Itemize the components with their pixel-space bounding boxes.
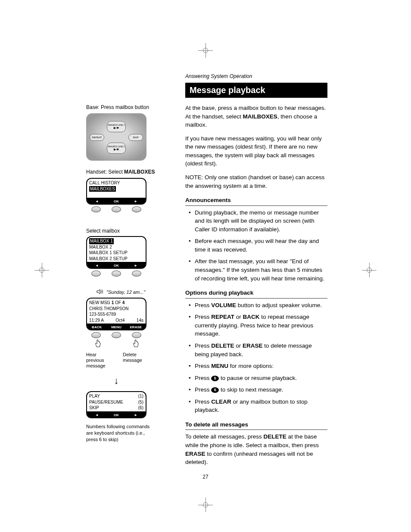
delete-heading: To delete all messages xyxy=(185,420,327,430)
base-illustration: MAILBOX LINE 1 ▶/■ REPEAT SKIP MAILBOX L… xyxy=(86,113,146,161)
delete-message-label: Delete message xyxy=(123,352,146,369)
softkey-right[interactable]: ► xyxy=(127,199,145,203)
oval-button[interactable] xyxy=(132,271,141,277)
oval-button[interactable] xyxy=(91,206,101,212)
softkey-right[interactable]: ► xyxy=(127,412,145,417)
oval-button[interactable] xyxy=(132,206,141,212)
oval-button[interactable] xyxy=(91,332,101,338)
softkey-ok[interactable]: OK xyxy=(107,199,125,203)
hear-previous-label: Hear previous message xyxy=(86,352,110,369)
skip-button[interactable]: SKIP xyxy=(128,134,143,141)
section-header: Answering System Operation xyxy=(185,73,327,79)
announcements-list: During playback, the memo or message num… xyxy=(188,208,327,283)
page-number: 27 xyxy=(0,474,411,480)
intro-p1: At the base, press a mailbox button to h… xyxy=(185,104,327,129)
speaker-icon xyxy=(97,289,103,296)
softkey-left[interactable]: ◄ xyxy=(87,263,106,268)
select-mailbox-caption: Select mailbox xyxy=(86,227,166,234)
sidebar-footnote: Numbers following commands are keyboard … xyxy=(86,423,151,443)
softkey-ok[interactable]: OK xyxy=(107,412,125,417)
page: Answering System Operation Message playb… xyxy=(86,73,327,472)
repeat-button[interactable]: REPEAT xyxy=(90,134,104,141)
softkey-left[interactable]: ◄ xyxy=(87,412,106,417)
softkey-ok[interactable]: OK xyxy=(107,263,125,268)
oval-button[interactable] xyxy=(112,271,121,277)
hand-pointer-icon xyxy=(131,339,139,350)
softkey-left[interactable]: ◄ xyxy=(87,199,106,203)
base-caption: Base: Press mailbox button xyxy=(86,104,166,111)
sidebar: Base: Press mailbox button MAILBOX LINE … xyxy=(86,104,166,472)
list-item: Press 5 to pause or resume playback. xyxy=(188,374,327,383)
page-title: Message playback xyxy=(185,83,327,98)
handset-screen-4: PLAY(1) PAUSE/RESUME(5) SKIP(6) ◄ OK ► xyxy=(86,391,146,418)
mailbox-line2-button[interactable]: MAILBOX LINE 2 ▶/■ xyxy=(107,143,126,154)
softkey-back[interactable]: BACK xyxy=(87,324,106,329)
handset-caption: Handset: Select MAILBOXES xyxy=(86,168,166,175)
delete-paragraph: To delete all messages, press DELETE at … xyxy=(185,432,327,466)
list-item: Press VOLUME button to adjust speaker vo… xyxy=(188,301,327,310)
key-6-icon: 6 xyxy=(211,387,219,393)
softkey-menu[interactable]: MENU xyxy=(107,324,125,329)
list-item: Press MENU for more options: xyxy=(188,362,327,370)
handset-screen-2: MAILBOX 1 MAILBOX 2 MAILBOX 1 SETUP MAIL… xyxy=(86,236,146,269)
list-item: Press CLEAR or any mailbox button to sto… xyxy=(188,398,327,414)
oval-button[interactable] xyxy=(112,332,121,338)
oval-button[interactable] xyxy=(91,271,101,277)
button-row xyxy=(86,206,146,212)
list-item: Before each message, you will hear the d… xyxy=(188,237,327,254)
intro-note: NOTE: Only one station (handset or base)… xyxy=(185,173,327,190)
audio-hint: "Sunday, 12 am..." xyxy=(97,289,166,296)
list-item: After the last message, you will hear "E… xyxy=(188,257,327,283)
mailbox-line1-button[interactable]: MAILBOX LINE 1 ▶/■ xyxy=(107,121,126,132)
softkey-right[interactable]: ► xyxy=(127,263,145,268)
oval-button[interactable] xyxy=(132,332,141,338)
intro-p2: If you have new messages waiting, you wi… xyxy=(185,134,327,168)
list-item: Press DELETE or ERASE to delete message … xyxy=(188,342,327,358)
handset-screen-1: CALL HISTORY MAILBOXES ◄ OK ► xyxy=(86,178,146,205)
list-item: Press REPEAT or BACK to repeat message c… xyxy=(188,313,327,338)
handset-screen-3: NEW MSG 1 OF 4 CHRIS THOMPSON 123-555-67… xyxy=(86,298,146,330)
softkey-erase[interactable]: ERASE xyxy=(127,324,145,329)
arrow-down-icon: ↓ xyxy=(86,374,146,387)
options-list: Press VOLUME button to adjust speaker vo… xyxy=(188,301,327,414)
options-heading: Options during playback xyxy=(185,289,327,299)
hand-pointer-icon xyxy=(93,339,101,350)
list-item: During playback, the memo or message num… xyxy=(188,208,327,234)
main-content: At the base, press a mailbox button to h… xyxy=(185,104,327,472)
oval-button[interactable] xyxy=(112,206,121,212)
announcements-heading: Announcements xyxy=(185,196,327,206)
list-item: Press 6 to skip to next message. xyxy=(188,386,327,394)
key-5-icon: 5 xyxy=(211,376,219,381)
